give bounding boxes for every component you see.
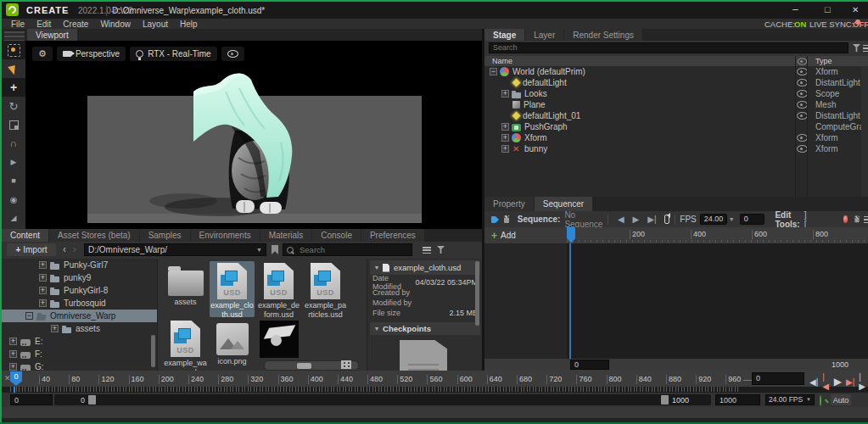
- folder-tree-row[interactable]: G:: [2, 360, 157, 371]
- folder-tree-row[interactable]: Turbosquid: [2, 297, 157, 310]
- edit-tools-icon[interactable]: ][: [804, 210, 807, 229]
- clapper-icon[interactable]: [854, 216, 859, 223]
- sequencer-ruler[interactable]: 200400600800: [567, 227, 868, 243]
- stage-prim-row[interactable]: Looks Scope: [484, 88, 868, 99]
- tab-stage[interactable]: Stage: [484, 29, 524, 41]
- range-start-input[interactable]: 0: [570, 360, 609, 370]
- next-frame-icon[interactable]: ▶|: [647, 215, 656, 224]
- stage-prim-row[interactable]: World (defaultPrim) Xform: [484, 66, 868, 77]
- tree-scrollbar[interactable]: [151, 335, 155, 367]
- content-tab[interactable]: Asset Stores (beta): [49, 229, 139, 242]
- close-button[interactable]: ✕: [852, 5, 859, 14]
- stage-prim-row[interactable]: PushGraph ComputeGraph: [484, 121, 868, 132]
- keyframe-icon[interactable]: [820, 395, 821, 406]
- cursor-tool-button[interactable]: [2, 59, 25, 78]
- expander-icon[interactable]: [39, 261, 47, 269]
- folder-tree-row[interactable]: Punky-Girl7: [2, 259, 157, 271]
- move-tool-button[interactable]: +: [2, 78, 25, 97]
- jump-end-icon[interactable]: ▶|: [846, 377, 854, 387]
- column-divider[interactable]: [807, 56, 808, 197]
- expander-icon[interactable]: [25, 312, 33, 320]
- play-icon[interactable]: ▶: [834, 376, 842, 388]
- expander-icon[interactable]: [39, 287, 47, 294]
- range-handle-right[interactable]: [661, 395, 669, 404]
- expander-icon[interactable]: [501, 123, 509, 131]
- sequencer-tracks-area[interactable]: [567, 243, 868, 359]
- fps-value[interactable]: 24.00: [700, 214, 727, 225]
- play-tool-button[interactable]: ▶: [2, 153, 25, 171]
- stage-search-input[interactable]: [489, 42, 848, 53]
- stage-prim-row[interactable]: defaultLight_01 DistantLight: [484, 110, 868, 121]
- content-tab[interactable]: Materials: [260, 229, 312, 242]
- timeline-ruler[interactable]: ✕ 40801201602002402803203604004404805205…: [2, 371, 868, 387]
- menu-item[interactable]: Window: [94, 20, 137, 29]
- tab-viewport[interactable]: Viewport: [27, 29, 77, 41]
- expander-icon[interactable]: [501, 90, 509, 98]
- viewport-settings-button[interactable]: ⚙: [32, 47, 53, 61]
- bookmark-icon[interactable]: [272, 245, 278, 254]
- stage-options-icon[interactable]: [863, 45, 868, 52]
- content-tab[interactable]: Preferences: [361, 229, 424, 242]
- view-options-icon[interactable]: [423, 247, 431, 254]
- viewport-canvas[interactable]: ⚙ Perspective RTX - Real-Time: [25, 41, 482, 229]
- back-button[interactable]: ‹: [63, 243, 66, 255]
- forward-button[interactable]: ›: [73, 243, 76, 255]
- timeline-close-icon[interactable]: ✕: [4, 374, 11, 382]
- expander-icon[interactable]: [51, 325, 59, 332]
- content-tab[interactable]: Environments: [191, 229, 260, 242]
- sequencer-frame-input[interactable]: 0: [740, 214, 765, 225]
- file-tile[interactable]: example_cloth.usd: [210, 261, 255, 317]
- content-search[interactable]: [283, 243, 412, 256]
- expander-icon[interactable]: [501, 134, 509, 142]
- sequence-value[interactable]: No Sequence: [564, 210, 602, 229]
- stage-prim-row[interactable]: bunny Xform: [484, 143, 868, 154]
- expander-icon[interactable]: [39, 299, 47, 307]
- ramp-tool-button[interactable]: ◢: [2, 209, 25, 227]
- tab-render-settings[interactable]: Render Settings: [564, 29, 642, 41]
- expander-icon[interactable]: [501, 145, 509, 153]
- stage-prim-row[interactable]: Xform Xform: [484, 132, 868, 143]
- loop-icon[interactable]: [664, 215, 669, 224]
- fps-dropdown-arrow-icon[interactable]: ▼: [729, 216, 735, 222]
- menu-item[interactable]: Help: [174, 20, 204, 29]
- snap-tool-button[interactable]: ∩: [2, 134, 25, 153]
- stage-scrollbar-gutter[interactable]: [861, 66, 868, 197]
- folder-tree-row[interactable]: punky9: [2, 271, 157, 284]
- stop-tool-button[interactable]: ■: [2, 171, 25, 190]
- auto-key-button[interactable]: Auto: [831, 394, 851, 405]
- sequencer-menu-icon[interactable]: [864, 216, 868, 223]
- step-forward-icon[interactable]: |▶: [859, 372, 865, 391]
- select-tool-button[interactable]: [2, 41, 25, 59]
- range-handle-left[interactable]: [88, 395, 96, 404]
- folder-tree-row[interactable]: F:: [2, 348, 157, 360]
- checkpoints-header[interactable]: ▾ Checkpoints: [370, 322, 480, 335]
- cache-status[interactable]: ON: [794, 20, 806, 29]
- details-header[interactable]: ▾ example_cloth.usd: [370, 260, 480, 275]
- expander-icon[interactable]: [9, 338, 17, 345]
- range-end-value[interactable]: 1000: [832, 360, 848, 369]
- minimize-button[interactable]: –: [792, 3, 798, 15]
- tab-layer[interactable]: Layer: [525, 29, 563, 41]
- camera-track-icon[interactable]: [491, 216, 496, 223]
- end-frame-input[interactable]: 1000: [715, 394, 760, 405]
- file-tile[interactable]: example_deform.usd: [256, 261, 301, 317]
- expander-icon[interactable]: [39, 274, 47, 282]
- playhead-line[interactable]: [569, 243, 571, 359]
- column-divider[interactable]: [795, 56, 796, 197]
- name-column-header[interactable]: Name: [484, 57, 797, 65]
- import-button[interactable]: + Import: [7, 243, 56, 256]
- type-column-header[interactable]: Type: [815, 57, 868, 65]
- rotate-tool-button[interactable]: ↻: [2, 97, 25, 115]
- stage-filter-icon[interactable]: [853, 44, 860, 52]
- content-search-input[interactable]: [298, 244, 395, 255]
- grid-view-icon[interactable]: [341, 360, 351, 369]
- start-frame-input[interactable]: 0: [10, 394, 53, 405]
- file-tile[interactable]: example_wave.usd: [163, 319, 208, 371]
- camera-mode-button[interactable]: Perspective: [57, 47, 126, 61]
- record-icon[interactable]: [843, 215, 847, 223]
- expander-icon[interactable]: [9, 363, 17, 371]
- slider-handle[interactable]: [297, 363, 311, 369]
- timeline-playhead[interactable]: 0: [10, 371, 22, 386]
- folder-tree-row[interactable]: E:: [2, 335, 157, 348]
- menu-item[interactable]: File: [5, 20, 31, 29]
